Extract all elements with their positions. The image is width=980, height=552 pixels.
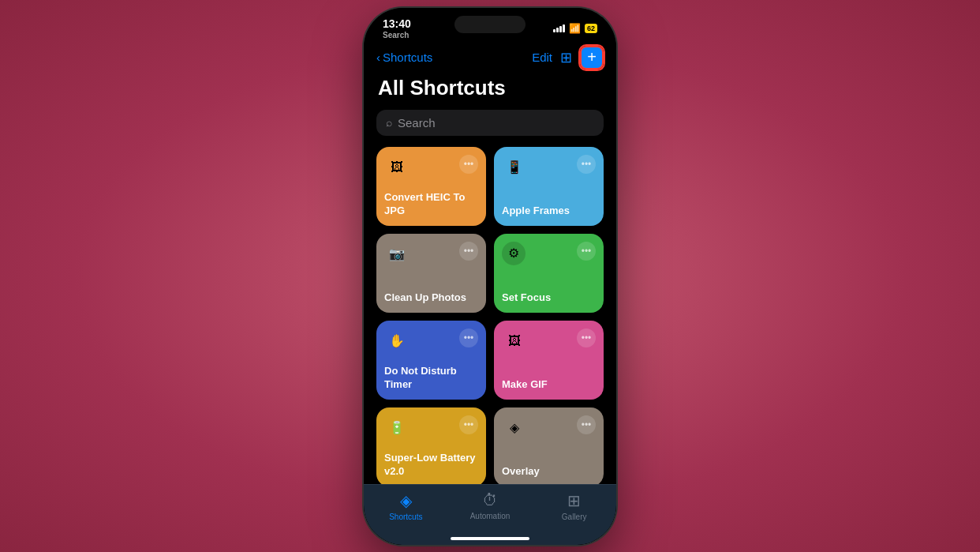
shortcut-card-set-focus[interactable]: ⚙ ••• Set Focus xyxy=(494,234,604,313)
set-focus-more-button[interactable]: ••• xyxy=(577,242,596,261)
status-right: 📶 62 xyxy=(553,23,597,34)
make-gif-icon: 🖼 xyxy=(502,329,527,354)
apple-frames-more-button[interactable]: ••• xyxy=(577,155,596,174)
make-gif-more-button[interactable]: ••• xyxy=(577,329,596,347)
shortcut-card-clean-up-photos[interactable]: 📷 ••• Clean Up Photos xyxy=(376,234,486,313)
search-bar[interactable]: ⌕ Search xyxy=(376,110,604,136)
shortcut-card-super-low-battery[interactable]: 🔋 ••• Super-Low Battery v2.0 xyxy=(376,407,486,484)
shortcut-card-convert-heic[interactable]: 🖼 ••• Convert HEIC To JPG xyxy=(376,147,486,226)
super-low-battery-icon: 🔋 xyxy=(384,415,410,441)
battery-indicator: 62 xyxy=(585,24,597,33)
overlay-more-button[interactable]: ••• xyxy=(577,415,596,434)
clean-up-photos-more-button[interactable]: ••• xyxy=(459,242,478,261)
do-not-disturb-label: Do Not Disturb Timer xyxy=(384,365,478,392)
convert-heic-icon: 🖼 xyxy=(384,155,410,180)
overlay-label: Overlay xyxy=(502,465,596,479)
home-bar xyxy=(451,537,529,540)
tab-shortcuts[interactable]: ◈ Shortcuts xyxy=(364,491,448,521)
shortcut-card-make-gif[interactable]: 🖼 ••• Make GIF xyxy=(494,321,604,400)
status-search-label: Search xyxy=(383,31,411,39)
tab-automation[interactable]: ⏱ Automation xyxy=(448,491,533,520)
apple-frames-icon: 📱 xyxy=(502,155,527,180)
super-low-battery-label: Super-Low Battery v2.0 xyxy=(384,452,478,479)
shortcuts-tab-label: Shortcuts xyxy=(389,513,422,521)
home-indicator xyxy=(364,537,616,545)
add-shortcut-button[interactable]: + xyxy=(580,46,604,69)
phone-frame: 13:40 Search 📶 62 ‹ Shortcuts xyxy=(364,8,616,545)
signal-icon xyxy=(553,24,565,32)
nav-actions: Edit ⊞ + xyxy=(532,46,604,69)
shortcuts-grid: 🖼 ••• Convert HEIC To JPG 📱 ••• Apple Fr… xyxy=(376,147,604,484)
tab-gallery[interactable]: ⊞ Gallery xyxy=(532,491,616,521)
status-time: 13:40 xyxy=(383,17,411,30)
search-icon: ⌕ xyxy=(386,116,392,129)
shortcut-card-apple-frames[interactable]: 📱 ••• Apple Frames xyxy=(494,147,604,226)
edit-button[interactable]: Edit xyxy=(532,51,552,64)
grid-view-icon[interactable]: ⊞ xyxy=(560,49,572,66)
shortcut-card-overlay[interactable]: ◈ ••• Overlay xyxy=(494,407,604,484)
tab-bar: ◈ Shortcuts ⏱ Automation ⊞ Gallery xyxy=(364,484,616,537)
back-button[interactable]: ‹ Shortcuts xyxy=(376,51,432,64)
phone-screen: 13:40 Search 📶 62 ‹ Shortcuts xyxy=(364,8,616,545)
back-label: Shortcuts xyxy=(383,51,432,64)
set-focus-label: Set Focus xyxy=(502,291,596,305)
shortcut-card-do-not-disturb[interactable]: ✋ ••• Do Not Disturb Timer xyxy=(376,321,486,400)
automation-tab-icon: ⏱ xyxy=(482,491,498,509)
automation-tab-label: Automation xyxy=(470,512,511,520)
status-left: 13:40 Search xyxy=(383,17,411,39)
main-content: All Shortcuts ⌕ Search 🖼 ••• Convert HEI… xyxy=(364,76,616,484)
navigation-bar: ‹ Shortcuts Edit ⊞ + xyxy=(364,43,616,76)
set-focus-icon: ⚙ xyxy=(502,242,526,265)
gallery-tab-icon: ⊞ xyxy=(567,491,581,510)
page-title: All Shortcuts xyxy=(376,76,604,100)
gallery-tab-label: Gallery xyxy=(562,513,587,521)
clean-up-photos-icon: 📷 xyxy=(384,242,410,267)
super-low-battery-more-button[interactable]: ••• xyxy=(459,415,478,434)
clean-up-photos-label: Clean Up Photos xyxy=(384,291,478,305)
shortcuts-tab-icon: ◈ xyxy=(400,491,412,510)
convert-heic-label: Convert HEIC To JPG xyxy=(384,191,478,218)
do-not-disturb-more-button[interactable]: ••• xyxy=(459,329,478,347)
make-gif-label: Make GIF xyxy=(502,378,596,392)
convert-heic-more-button[interactable]: ••• xyxy=(459,155,478,174)
apple-frames-label: Apple Frames xyxy=(502,205,596,218)
chevron-left-icon: ‹ xyxy=(376,51,380,64)
overlay-icon: ◈ xyxy=(502,415,527,441)
search-placeholder: Search xyxy=(398,116,436,130)
wifi-icon: 📶 xyxy=(569,23,581,34)
do-not-disturb-icon: ✋ xyxy=(384,329,410,354)
status-bar: 13:40 Search 📶 62 xyxy=(364,8,616,43)
